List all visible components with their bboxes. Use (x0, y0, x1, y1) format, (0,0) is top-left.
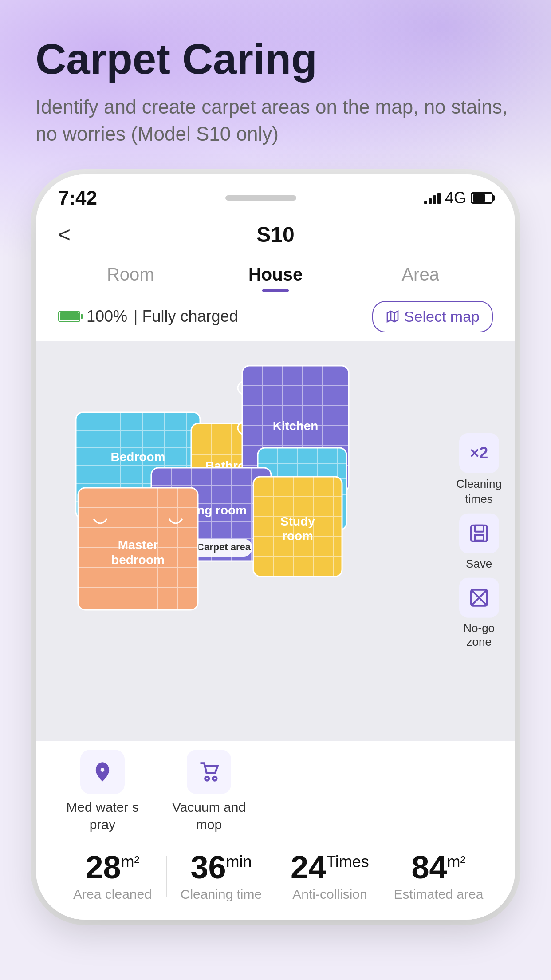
svg-text:Bedroom: Bedroom (111, 450, 165, 464)
map-svg: Bedroom Carpet area B (36, 341, 515, 741)
stat-anti-collision: 24Times Anti-collision (276, 851, 384, 902)
battery-percent: 100% (87, 307, 127, 326)
floating-controls: ×2 Cleaningtimes Save (456, 433, 502, 649)
stat-estimated-area: 84m² Estimated area (384, 851, 493, 902)
map-icon (386, 309, 400, 324)
tab-house[interactable]: House (203, 256, 348, 292)
phone-frame: 7:42 4G < S10 Room (36, 174, 515, 920)
tab-room[interactable]: Room (58, 256, 203, 292)
cleaning-times-control[interactable]: ×2 Cleaningtimes (456, 433, 502, 506)
feature-title: Carpet Caring (35, 36, 516, 83)
tabs-row: Room House Area (36, 256, 515, 292)
battery-text: | Fully charged (134, 307, 238, 326)
water-spray-control[interactable]: Med water s pray (58, 750, 147, 833)
svg-text:Carpet area: Carpet area (197, 541, 251, 553)
svg-point-94 (213, 777, 217, 781)
cleaning-times-label: Cleaningtimes (456, 476, 502, 506)
vacuum-mop-icon (187, 750, 231, 794)
cleaning-times-icon: ×2 (459, 433, 499, 473)
save-label: Save (466, 557, 492, 571)
svg-rect-90 (471, 526, 487, 541)
phone-time: 7:42 (58, 187, 97, 209)
bottom-left-controls: Med water s pray Vacuum and mop (36, 741, 515, 838)
status-bar: 100% | Fully charged Select map (36, 292, 515, 341)
signal-icon (424, 192, 441, 204)
phone-status-icons: 4G (424, 189, 493, 207)
battery-indicator (58, 311, 80, 322)
save-control[interactable]: Save (459, 514, 499, 571)
map-container[interactable]: Bedroom Carpet area B (36, 341, 515, 741)
no-go-zone-icon (459, 578, 499, 618)
svg-point-93 (205, 777, 209, 781)
no-go-zone-control[interactable]: No-gozone (459, 578, 499, 649)
svg-rect-91 (475, 526, 484, 532)
svg-text:Master: Master (118, 538, 158, 552)
no-go-zone-label: No-gozone (463, 621, 495, 649)
svg-text:Study: Study (280, 514, 315, 528)
back-button[interactable]: < (58, 222, 71, 247)
battery-icon (471, 192, 493, 204)
app-title: S10 (256, 222, 294, 247)
vacuum-mop-label: Vacuum and mop (165, 798, 253, 833)
feature-subtitle: Identify and create carpet areas on the … (35, 93, 516, 148)
stat-area-cleaned: 28m² Area cleaned (58, 851, 167, 902)
save-icon (459, 514, 499, 553)
stat-cleaning-time: 36min Cleaning time (167, 851, 276, 902)
svg-text:Kitchen: Kitchen (273, 419, 319, 433)
battery-status: 100% | Fully charged (58, 307, 238, 326)
water-spray-icon (80, 750, 125, 794)
network-label: 4G (445, 189, 466, 207)
phone-notch (225, 195, 296, 201)
select-map-button[interactable]: Select map (372, 301, 493, 332)
stats-bar: 28m² Area cleaned 36min Cleaning time 24… (36, 838, 515, 920)
svg-text:room: room (282, 529, 313, 543)
svg-text:bedroom: bedroom (111, 553, 165, 567)
tab-area[interactable]: Area (348, 256, 493, 292)
phone-status-bar: 7:42 4G (36, 174, 515, 213)
vacuum-mop-control[interactable]: Vacuum and mop (165, 750, 253, 833)
water-spray-label: Med water s pray (58, 798, 147, 833)
app-header: < S10 (36, 213, 515, 256)
